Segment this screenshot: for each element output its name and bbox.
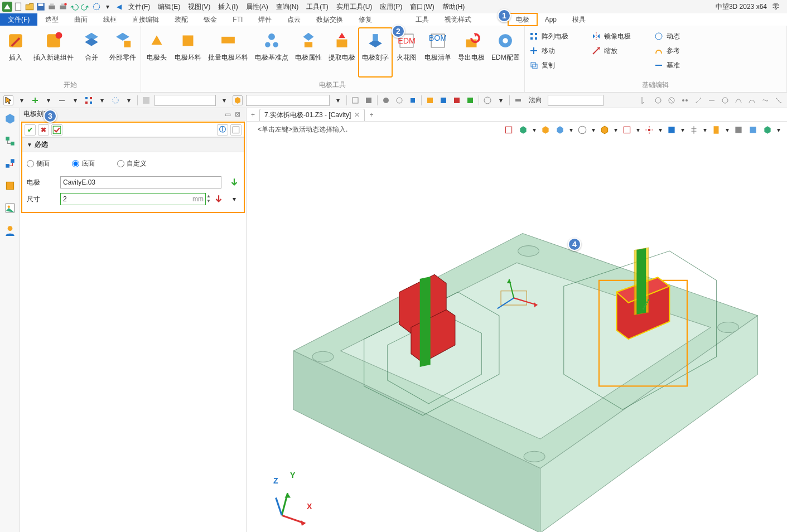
btn-edm-config[interactable]: EDM配置 [488,28,523,77]
misc-icon-10[interactable] [482,95,493,105]
menu-insert[interactable]: 插入(I) [215,1,241,13]
grid-icon[interactable] [84,95,94,105]
menu-app[interactable]: 应用(P) [376,1,405,13]
ribbon-tab-repair[interactable]: 修复 [351,13,380,26]
btn-dynamic[interactable]: 动态 [654,30,680,42]
rt-icon-11[interactable] [774,95,784,105]
misc-icon-3[interactable] [381,95,391,105]
ok-button[interactable]: ✔ [25,124,36,136]
misc-icon-2[interactable] [364,95,374,105]
ribbon-tab-electrode[interactable]: 电极 [508,13,537,26]
redo-icon[interactable] [80,2,90,12]
remove-icon[interactable] [57,95,67,105]
btn-merge[interactable]: 合并 [77,28,106,77]
btn-export-elec[interactable]: 导出电极 [455,28,488,77]
menu-view[interactable]: 视图(V) [185,1,214,13]
input-size[interactable] [60,193,206,205]
btn-external[interactable]: 外部零件 [106,28,139,77]
ribbon-tab-direct[interactable]: 直接编辑 [124,13,167,26]
vt-icon-3[interactable] [540,125,551,135]
tab-plus-right[interactable]: + [369,111,373,119]
btn-extract-elec[interactable]: 提取电极 [325,28,359,77]
new-icon[interactable] [13,2,23,12]
radio-bottom[interactable]: 底面 [72,159,95,168]
btn-mirror-elec[interactable]: 镜像电极 [592,30,631,42]
lb-image-icon[interactable] [4,202,16,214]
info-button[interactable]: ⓘ [217,124,228,136]
misc-icon-5[interactable] [408,95,418,105]
open-icon[interactable] [25,2,35,12]
lb-cube-icon[interactable] [4,113,16,125]
ribbon-tab-weld[interactable]: 焊件 [250,13,279,26]
btn-reference[interactable]: 参考 [654,45,680,57]
menu-file[interactable]: 文件(F) [125,1,153,13]
ribbon-tab-asm[interactable]: 装配 [167,13,196,26]
vt-icon-12[interactable] [733,125,743,135]
btn-elec-list[interactable]: BOM电极清单 [421,28,455,77]
undo-icon[interactable] [69,2,79,12]
btn-basewire[interactable]: 基准 [654,59,680,71]
tab-plus-left[interactable]: + [251,111,255,119]
ribbon-tab-mold[interactable]: 模具 [564,13,593,26]
settings-button[interactable] [230,124,242,136]
rt-icon-10[interactable] [760,95,770,105]
target-icon[interactable] [91,2,102,12]
tab-close-icon[interactable]: ✕ [354,111,360,119]
filter-input[interactable] [154,95,216,106]
vt-icon-2[interactable] [518,125,528,135]
nav-left-icon[interactable]: ◀ [114,2,124,12]
normal-input[interactable] [548,95,603,106]
circle-icon[interactable] [110,95,120,105]
ribbon-tab-visual[interactable]: 视觉样式 [437,13,479,26]
vt-icon-1[interactable] [504,125,514,135]
cursor-dd[interactable]: ▾ [17,95,27,105]
cursor-icon[interactable] [3,95,13,105]
ribbon-tab-point[interactable]: 点云 [279,13,308,26]
menu-attr[interactable]: 属性(A) [243,1,272,13]
radio-custom[interactable]: 自定义 [117,159,147,168]
misc-icon-8[interactable] [452,95,462,105]
ribbon-tab-file[interactable]: 文件(F) [0,13,37,26]
vt-icon-13[interactable] [748,125,758,135]
btn-elec-head[interactable]: 电极头 [142,28,171,77]
rt-icon-5[interactable] [693,95,703,105]
ribbon-tab-model[interactable]: 造型 [37,13,66,26]
vt-icon-10[interactable] [689,125,699,135]
ribbon-tab-surface[interactable]: 曲面 [66,13,95,26]
filter2-dd[interactable]: ▾ [333,95,343,105]
ribbon-tab-sheet[interactable]: 钣金 [196,13,225,26]
vt-icon-4[interactable] [555,125,565,135]
size-spinner[interactable]: ▲▼ [205,194,213,204]
misc-dd[interactable]: ▾ [496,95,506,105]
vt-icon-6[interactable] [600,125,610,135]
vt-icon-9[interactable] [667,125,677,135]
btn-batch-blank[interactable]: 批量电极坯料 [205,28,252,77]
panel-close-icon[interactable]: ⊠ [235,110,243,118]
size-dd[interactable]: ▾ [229,194,239,204]
ribbon-tab-app[interactable]: App [537,13,564,26]
viewport[interactable]: + 7.实体拆电极-01.Z3 - [Cavity] ✕ + <单击左键>激活动… [247,108,787,532]
rt-icon-2[interactable] [653,95,663,105]
document-tab[interactable]: 7.实体拆电极-01.Z3 - [Cavity] ✕ [259,109,365,121]
misc-icon-4[interactable] [394,95,404,105]
save-icon[interactable] [36,2,46,12]
filter2-input[interactable] [246,95,330,106]
apply-button[interactable] [51,124,62,136]
ribbon-tab-wire[interactable]: 线框 [95,13,124,26]
btn-insert-new[interactable]: 插入新建组件 [30,28,77,77]
menu-tools[interactable]: 工具(T) [303,1,331,13]
remove-dd[interactable]: ▾ [70,95,80,105]
ribbon-tab-fti[interactable]: FTI [225,13,250,26]
panel-restore-icon[interactable]: ▭ [225,110,233,118]
lb-box-icon[interactable] [4,180,16,192]
misc-icon-11[interactable] [513,95,523,105]
menu-help[interactable]: 帮助(H) [439,1,469,13]
vt-icon-5[interactable] [577,125,587,135]
model-canvas[interactable]: ••••• [247,139,787,532]
print-icon[interactable] [47,2,57,12]
add-icon[interactable] [30,95,40,105]
vt-icon-14[interactable] [762,125,772,135]
lb-assembly-icon[interactable] [4,157,16,170]
vt-icon-8[interactable] [644,125,654,135]
chevron-down-icon[interactable]: ▾ [103,2,113,12]
